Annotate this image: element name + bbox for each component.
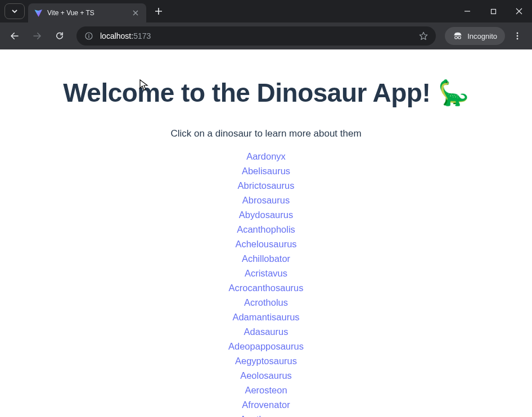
address-bar[interactable]: localhost:5173 [76, 26, 436, 46]
forward-button[interactable] [27, 26, 47, 46]
dinosaur-link[interactable]: Afrovenator [242, 398, 290, 411]
dinosaur-link[interactable]: Adeopapposaurus [228, 339, 304, 353]
page-heading: Welcome to the Dinosaur App! 🦕 [20, 78, 512, 108]
minimize-button[interactable] [454, 0, 480, 22]
page-content: Welcome to the Dinosaur App! 🦕 Click on … [0, 49, 532, 417]
heading-text: Welcome to the Dinosaur App! [63, 78, 430, 108]
dinosaur-link[interactable]: Agathaumas [240, 413, 292, 417]
new-tab-button[interactable] [151, 3, 166, 19]
url-text: localhost:5173 [100, 31, 417, 40]
maximize-button[interactable] [480, 0, 506, 22]
svg-rect-0 [491, 9, 495, 13]
dinosaur-link[interactable]: Abydosaurus [239, 208, 293, 221]
incognito-label: Incognito [467, 32, 497, 40]
dinosaur-link[interactable]: Aerosteon [245, 383, 287, 397]
dinosaur-link[interactable]: Adasaurus [244, 325, 288, 338]
dinosaur-link[interactable]: Abrosaurus [242, 193, 290, 207]
dinosaur-link[interactable]: Acristavus [245, 266, 287, 280]
svg-point-5 [517, 33, 519, 34]
svg-point-3 [455, 36, 458, 39]
dinosaur-link[interactable]: Acrotholus [244, 296, 288, 309]
reload-button[interactable] [49, 26, 70, 46]
dinosaur-link[interactable]: Aardonyx [246, 149, 286, 163]
dinosaur-link[interactable]: Achelousaurus [235, 237, 296, 251]
svg-point-2 [88, 34, 89, 35]
browser-title-bar: Vite + Vue + TS [0, 0, 532, 22]
incognito-icon [453, 31, 463, 41]
svg-point-4 [458, 36, 461, 39]
bookmark-star-icon[interactable] [417, 31, 430, 41]
dinosaur-link[interactable]: Abrictosaurus [238, 179, 295, 192]
dinosaur-link[interactable]: Aeolosaurus [240, 369, 292, 382]
dinosaur-link[interactable]: Acrocanthosaurus [229, 281, 304, 294]
page-subheading: Click on a dinosaur to learn more about … [20, 128, 512, 139]
tab-title: Vite + Vue + TS [47, 9, 130, 17]
dinosaur-link[interactable]: Achillobator [242, 252, 290, 265]
tab-search-button[interactable] [4, 3, 25, 19]
tab-close-button[interactable] [130, 8, 141, 18]
dinosaur-link[interactable]: Adamantisaurus [232, 310, 299, 324]
browser-menu-button[interactable] [507, 26, 528, 46]
incognito-badge[interactable]: Incognito [445, 27, 505, 45]
browser-toolbar: localhost:5173 Incognito [0, 22, 532, 49]
dinosaur-list: AardonyxAbelisaurusAbrictosaurusAbrosaur… [20, 149, 512, 417]
vite-favicon-icon [34, 8, 43, 17]
dinosaur-emoji-icon: 🦕 [438, 78, 469, 107]
site-info-icon[interactable] [82, 29, 96, 43]
window-controls [454, 0, 532, 22]
dinosaur-link[interactable]: Aegyptosaurus [235, 354, 297, 368]
svg-point-7 [517, 38, 519, 40]
browser-tab[interactable]: Vite + Vue + TS [28, 3, 146, 22]
dinosaur-link[interactable]: Abelisaurus [242, 164, 290, 178]
svg-point-6 [517, 35, 519, 37]
back-button[interactable] [4, 26, 25, 46]
page-viewport[interactable]: Welcome to the Dinosaur App! 🦕 Click on … [0, 49, 532, 417]
close-window-button[interactable] [506, 0, 532, 22]
dinosaur-link[interactable]: Acanthopholis [237, 223, 295, 236]
